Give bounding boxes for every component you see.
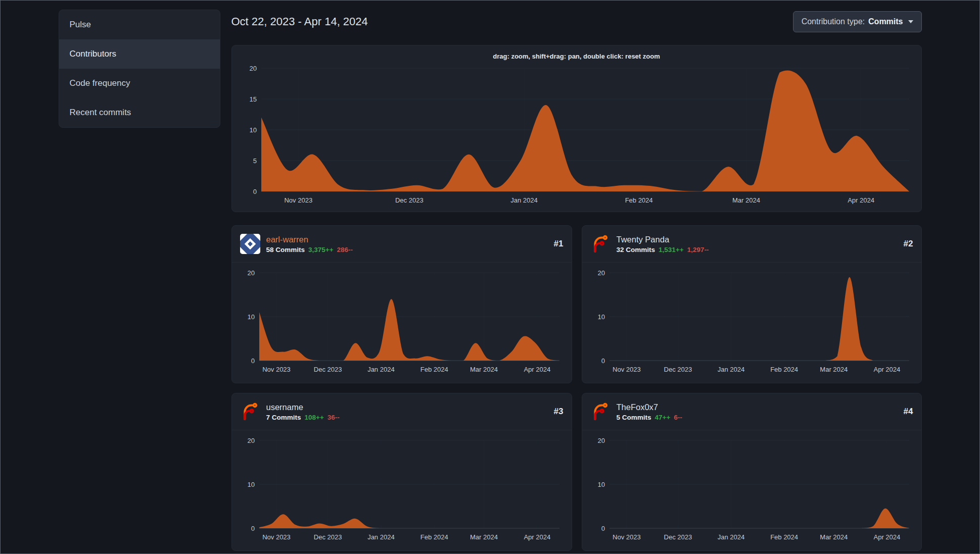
svg-text:0: 0 — [251, 357, 254, 365]
contributor-additions: 3,375++ — [308, 246, 334, 254]
svg-text:Jan 2024: Jan 2024 — [367, 366, 395, 373]
contributor-stats: 58 Commits 3,375++ 286-- — [266, 246, 353, 254]
sidebar-item-pulse[interactable]: Pulse — [59, 10, 220, 39]
contributor-deletions: 286-- — [337, 246, 353, 254]
contributor-deletions: 1,297-- — [687, 246, 709, 254]
svg-text:Mar 2024: Mar 2024 — [820, 366, 848, 373]
svg-text:10: 10 — [597, 313, 604, 321]
contributor-commits-count: 7 Commits — [266, 414, 301, 421]
contributor-chart-wrap: Nov 2023Dec 2023Jan 2024Feb 2024Mar 2024… — [240, 436, 564, 543]
content-header: Oct 22, 2023 - Apr 14, 2024 Contribution… — [231, 10, 922, 34]
contributor-name-link[interactable]: username — [266, 402, 340, 412]
svg-text:Dec 2023: Dec 2023 — [395, 196, 423, 204]
contributor-stats: 32 Commits 1,531++ 1,297-- — [617, 246, 709, 254]
svg-text:20: 20 — [247, 437, 254, 444]
activity-nav: Pulse Contributors Code frequency Recent… — [59, 10, 220, 128]
contributor-card-header: Twenty Panda 32 Commits 1,531++ 1,297-- … — [582, 226, 921, 263]
svg-text:Jan 2024: Jan 2024 — [717, 366, 744, 373]
svg-text:Jan 2024: Jan 2024 — [510, 196, 538, 204]
svg-text:10: 10 — [249, 126, 256, 134]
svg-text:15: 15 — [249, 95, 256, 103]
overall-chart-wrap: Nov 2023Dec 2023Jan 2024Feb 2024Mar 2024… — [240, 64, 913, 207]
contributor-chart[interactable]: Nov 2023Dec 2023Jan 2024Feb 2024Mar 2024… — [240, 269, 564, 376]
contributor-card-header: username 7 Commits 108++ 36-- #3 — [232, 393, 572, 430]
contributor-commits-count: 5 Commits — [617, 414, 651, 421]
contributor-chart[interactable]: Nov 2023Dec 2023Jan 2024Feb 2024Mar 2024… — [590, 269, 913, 376]
svg-text:Nov 2023: Nov 2023 — [262, 366, 291, 373]
sidebar-item-recent-commits[interactable]: Recent commits — [59, 98, 220, 127]
svg-text:Dec 2023: Dec 2023 — [664, 533, 692, 541]
sidebar-item-code-frequency[interactable]: Code frequency — [59, 69, 220, 98]
svg-text:5: 5 — [253, 157, 256, 165]
contributor-rank: #1 — [554, 239, 564, 249]
contribution-type-value: Commits — [868, 17, 903, 26]
contributor-commits-count: 58 Commits — [266, 246, 305, 254]
contributor-chart-wrap: Nov 2023Dec 2023Jan 2024Feb 2024Mar 2024… — [590, 269, 913, 376]
svg-text:Apr 2024: Apr 2024 — [873, 366, 900, 373]
svg-text:Apr 2024: Apr 2024 — [848, 196, 874, 204]
contributor-chart-area: Nov 2023Dec 2023Jan 2024Feb 2024Mar 2024… — [582, 430, 921, 550]
contribution-type-label: Contribution type: — [802, 17, 865, 26]
contributor-chart[interactable]: Nov 2023Dec 2023Jan 2024Feb 2024Mar 2024… — [590, 436, 913, 543]
svg-text:Apr 2024: Apr 2024 — [524, 366, 550, 373]
contributor-additions: 1,531++ — [659, 246, 684, 254]
svg-text:Feb 2024: Feb 2024 — [770, 366, 798, 373]
svg-text:Nov 2023: Nov 2023 — [613, 366, 641, 373]
chart-zoom-hint: drag: zoom, shift+drag: pan, double clic… — [240, 53, 913, 60]
svg-text:Dec 2023: Dec 2023 — [313, 366, 342, 373]
overall-contributions-chart[interactable]: Nov 2023Dec 2023Jan 2024Feb 2024Mar 2024… — [240, 64, 913, 207]
contributor-avatar[interactable] — [240, 401, 260, 422]
svg-text:Nov 2023: Nov 2023 — [262, 533, 291, 541]
svg-text:Dec 2023: Dec 2023 — [313, 533, 342, 541]
contributor-identity: username 7 Commits 108++ 36-- — [266, 402, 340, 421]
contributors-grid: earl-warren 58 Commits 3,375++ 286-- #1 … — [231, 225, 922, 551]
svg-text:10: 10 — [247, 313, 254, 321]
contributor-name-link[interactable]: earl-warren — [266, 235, 353, 244]
contributor-name-link[interactable]: Twenty Panda — [617, 235, 709, 244]
contributor-name-link[interactable]: TheFox0x7 — [617, 402, 682, 412]
svg-text:Nov 2023: Nov 2023 — [613, 533, 641, 541]
contributor-stats: 7 Commits 108++ 36-- — [266, 414, 340, 421]
svg-text:0: 0 — [253, 188, 256, 195]
activity-page: Pulse Contributors Code frequency Recent… — [59, 0, 922, 551]
contributor-avatar[interactable] — [240, 234, 260, 254]
svg-text:Feb 2024: Feb 2024 — [420, 366, 448, 373]
contributor-chart-area: Nov 2023Dec 2023Jan 2024Feb 2024Mar 2024… — [232, 263, 572, 383]
svg-text:Feb 2024: Feb 2024 — [625, 196, 652, 204]
contributor-card-header: TheFox0x7 5 Commits 47++ 6-- #4 — [582, 393, 921, 430]
svg-text:Mar 2024: Mar 2024 — [470, 366, 498, 373]
svg-text:Apr 2024: Apr 2024 — [524, 533, 550, 541]
svg-text:20: 20 — [249, 65, 256, 72]
contributor-rank: #3 — [554, 407, 564, 417]
contributor-identity: earl-warren 58 Commits 3,375++ 286-- — [266, 235, 353, 254]
contributor-identity: TheFox0x7 5 Commits 47++ 6-- — [617, 402, 682, 421]
svg-text:0: 0 — [601, 525, 604, 532]
date-range-title: Oct 22, 2023 - Apr 14, 2024 — [231, 15, 368, 28]
contributor-avatar[interactable] — [590, 401, 611, 422]
svg-text:Jan 2024: Jan 2024 — [717, 533, 744, 541]
svg-text:Nov 2023: Nov 2023 — [284, 196, 312, 204]
contributor-identity: Twenty Panda 32 Commits 1,531++ 1,297-- — [617, 235, 709, 254]
contributor-chart-area: Nov 2023Dec 2023Jan 2024Feb 2024Mar 2024… — [582, 263, 921, 383]
contributor-chart-area: Nov 2023Dec 2023Jan 2024Feb 2024Mar 2024… — [232, 430, 572, 550]
svg-text:0: 0 — [251, 525, 254, 532]
contributor-stats: 5 Commits 47++ 6-- — [617, 414, 682, 421]
sidebar-item-contributors[interactable]: Contributors — [59, 39, 220, 69]
contributors-content: Oct 22, 2023 - Apr 14, 2024 Contribution… — [231, 10, 922, 551]
contributor-additions: 47++ — [655, 414, 671, 421]
contributor-card: username 7 Commits 108++ 36-- #3 Nov 202… — [231, 393, 572, 551]
svg-text:10: 10 — [597, 481, 604, 488]
contributor-card: Twenty Panda 32 Commits 1,531++ 1,297-- … — [582, 225, 922, 383]
contributor-commits-count: 32 Commits — [617, 246, 656, 254]
contributor-card: earl-warren 58 Commits 3,375++ 286-- #1 … — [231, 225, 572, 383]
contributor-deletions: 6-- — [674, 414, 682, 421]
contributor-avatar[interactable] — [590, 234, 611, 254]
svg-text:10: 10 — [247, 481, 254, 488]
svg-text:0: 0 — [601, 357, 604, 365]
svg-text:Feb 2024: Feb 2024 — [420, 533, 448, 541]
svg-text:20: 20 — [247, 269, 254, 277]
contributor-chart-wrap: Nov 2023Dec 2023Jan 2024Feb 2024Mar 2024… — [590, 436, 913, 543]
contribution-type-dropdown[interactable]: Contribution type: Commits — [793, 11, 922, 32]
contributor-chart[interactable]: Nov 2023Dec 2023Jan 2024Feb 2024Mar 2024… — [240, 436, 564, 543]
svg-text:Dec 2023: Dec 2023 — [664, 366, 692, 373]
